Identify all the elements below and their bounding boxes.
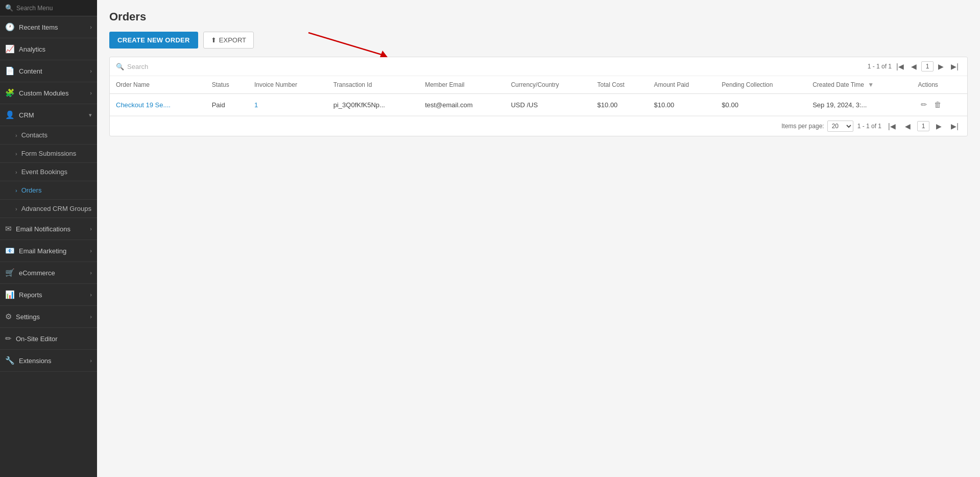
sidebar-item-form-submissions[interactable]: › Form Submissions [0, 145, 97, 163]
analytics-icon: 📈 [5, 44, 15, 54]
sidebar-item-settings[interactable]: ⚙ Settings › [0, 306, 97, 328]
current-page-top: 1 [921, 61, 934, 71]
sidebar-item-label: Recent Items [19, 23, 58, 31]
col-invoice-number: Invoice Number [248, 76, 327, 94]
crm-icon: 👤 [5, 110, 15, 120]
items-per-page-label: Items per page: [781, 123, 824, 130]
sidebar-search-input[interactable] [16, 5, 92, 12]
sidebar-item-on-site-editor[interactable]: ✏ On-Site Editor [0, 328, 97, 350]
cell-transaction-id: pi_3Q0fKfK5Np... [327, 94, 419, 116]
col-order-name: Order Name [110, 76, 206, 94]
col-actions: Actions [912, 76, 968, 94]
sidebar-item-label: Reports [19, 291, 42, 299]
col-status: Status [206, 76, 248, 94]
sidebar-item-extensions[interactable]: 🔧 Extensions › [0, 350, 97, 372]
sidebar-item-label: Custom Modules [19, 89, 69, 97]
sidebar-item-label: Advanced CRM Groups [21, 205, 91, 212]
ecommerce-icon: 🛒 [5, 268, 15, 277]
items-per-page-select[interactable]: 20 50 100 [827, 121, 853, 132]
invoice-number-link[interactable]: 1 [254, 101, 258, 109]
sidebar-item-label: Content [19, 67, 42, 75]
sidebar-item-email-marketing[interactable]: 📧 Email Marketing › [0, 240, 97, 262]
sidebar-item-reports[interactable]: 📊 Reports › [0, 284, 97, 306]
custom-modules-icon: 🧩 [5, 88, 15, 98]
extensions-icon: 🔧 [5, 356, 15, 365]
chevron-right-icon: › [15, 169, 17, 175]
last-page-button[interactable]: ▶| [948, 61, 961, 71]
table-head: Order Name Status Invoice Number Transac… [110, 76, 967, 94]
orders-table: Order Name Status Invoice Number Transac… [110, 76, 967, 116]
sidebar-item-ecommerce[interactable]: 🛒 eCommerce › [0, 262, 97, 284]
toolbar: CREATE NEW ORDER ⬆ EXPORT [109, 32, 968, 49]
col-currency-country: Currency/Country [505, 76, 591, 94]
chevron-down-icon: ▾ [89, 112, 92, 118]
chevron-right-icon: › [90, 90, 92, 96]
table-footer: Items per page: 20 50 100 1 - 1 of 1 |◀ … [110, 116, 967, 136]
cell-amount-paid: $10.00 [648, 94, 715, 116]
pagination-top: 1 - 1 of 1 |◀ ◀ 1 ▶ ▶| [868, 61, 961, 71]
prev-page-button[interactable]: ◀ [909, 61, 919, 71]
sidebar-item-label: eCommerce [19, 269, 55, 277]
next-page-button[interactable]: ▶ [936, 61, 946, 71]
create-new-order-button[interactable]: CREATE NEW ORDER [109, 32, 198, 49]
cell-member-email: test@email.com [419, 94, 505, 116]
next-page-button-bottom[interactable]: ▶ [934, 121, 944, 131]
sidebar-item-label: Contacts [21, 131, 47, 139]
sidebar-item-content[interactable]: 📄 Content › [0, 60, 97, 82]
sort-icon: ▼ [868, 81, 874, 88]
chevron-right-icon: › [90, 292, 92, 298]
first-page-button[interactable]: |◀ [894, 61, 906, 71]
page-info-top: 1 - 1 of 1 [868, 63, 892, 70]
cell-order-name[interactable]: Checkout 19 Se.... [110, 94, 206, 116]
orders-table-panel: 🔍 1 - 1 of 1 |◀ ◀ 1 ▶ ▶| Order Name [109, 57, 968, 136]
export-button[interactable]: ⬆ EXPORT [203, 32, 254, 49]
sidebar-item-contacts[interactable]: › Contacts [0, 126, 97, 145]
search-icon: 🔍 [5, 4, 13, 12]
table-search-input[interactable] [127, 63, 229, 70]
sidebar-item-label: On-Site Editor [16, 335, 58, 343]
cell-invoice-number[interactable]: 1 [248, 94, 327, 116]
sidebar-item-custom-modules[interactable]: 🧩 Custom Modules › [0, 82, 97, 104]
sidebar-item-event-bookings[interactable]: › Event Bookings [0, 163, 97, 181]
settings-icon: ⚙ [5, 312, 12, 321]
email-marketing-icon: 📧 [5, 246, 15, 255]
edit-button[interactable]: ✏ [918, 99, 930, 110]
current-page-bottom: 1 [917, 121, 930, 131]
sidebar-item-label: Email Marketing [19, 247, 66, 255]
sidebar-item-analytics[interactable]: 📈 Analytics [0, 38, 97, 60]
chevron-right-icon: › [90, 248, 92, 254]
sidebar-item-recent-items[interactable]: 🕐 Recent Items › [0, 16, 97, 38]
page-title: Orders [109, 10, 968, 23]
sidebar-item-label: Event Bookings [21, 168, 67, 176]
order-name-link[interactable]: Checkout 19 Se.... [116, 101, 171, 109]
items-per-page[interactable]: Items per page: 20 50 100 [781, 121, 853, 132]
chevron-right-icon: › [15, 151, 17, 157]
annotation-arrow [303, 28, 395, 58]
sidebar-item-crm[interactable]: 👤 CRM ▾ [0, 104, 97, 126]
cell-status: Paid [206, 94, 248, 116]
search-icon: 🔍 [116, 63, 124, 70]
main-content: Orders CREATE NEW ORDER ⬆ EXPORT 🔍 [97, 0, 980, 477]
prev-page-button-bottom[interactable]: ◀ [902, 121, 913, 131]
col-created-date-time[interactable]: Created Date Time ▼ [806, 76, 912, 94]
sidebar-item-orders[interactable]: › Orders [0, 181, 97, 200]
sidebar-item-label: CRM [19, 111, 34, 119]
delete-button[interactable]: 🗑 [931, 99, 944, 110]
export-icon: ⬆ [211, 36, 217, 44]
chevron-right-icon: › [15, 187, 17, 194]
cell-currency-country: USD /US [505, 94, 591, 116]
cell-actions: ✏ 🗑 [912, 94, 968, 116]
export-label: EXPORT [219, 36, 246, 44]
table-header-bar: 🔍 1 - 1 of 1 |◀ ◀ 1 ▶ ▶| [110, 57, 967, 76]
table-search-box[interactable]: 🔍 [116, 63, 863, 70]
sidebar-item-email-notifications[interactable]: ✉ Email Notifications › [0, 218, 97, 240]
last-page-button-bottom[interactable]: ▶| [948, 121, 961, 131]
first-page-button-bottom[interactable]: |◀ [886, 121, 898, 131]
cell-created-date-time: Sep 19, 2024, 3:... [806, 94, 912, 116]
sidebar-search[interactable]: 🔍 [0, 0, 97, 16]
chevron-right-icon: › [90, 24, 92, 30]
table-row: Checkout 19 Se.... Paid 1 pi_3Q0fKfK5Np.… [110, 94, 967, 116]
sidebar-item-advanced-crm-groups[interactable]: › Advanced CRM Groups [0, 200, 97, 218]
email-notifications-icon: ✉ [5, 224, 12, 233]
sidebar-item-label: Email Notifications [16, 225, 70, 233]
